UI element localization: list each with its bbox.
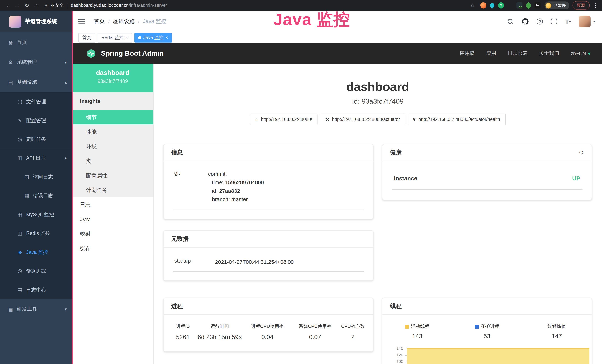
sidebar-item-cron-job[interactable]: ◷ 定时任务 [0, 130, 72, 149]
sba-nav-journal[interactable]: 日志报表 [508, 50, 528, 57]
sba-item-caches[interactable]: 缓存 [72, 241, 153, 256]
sba-nav-applications[interactable]: 应用 [486, 50, 496, 57]
back-icon[interactable]: ← [4, 2, 13, 8]
hamburger-icon[interactable] [78, 19, 85, 24]
breadcrumb-home[interactable]: 首页 [94, 18, 105, 25]
legend-value: 53 [452, 333, 522, 340]
sidebar-item-system-mgmt[interactable]: ⚙ 系统管理 ▾ [0, 52, 72, 72]
security-label: 不安全 [50, 2, 64, 8]
sidebar-item-label: 系统管理 [17, 59, 37, 66]
cell-value: 6d 23h 15m 59s [197, 334, 243, 341]
actuator-url-button[interactable]: ⚒ http://192.168.0.2:48080/actuator [320, 114, 405, 125]
sba-insights-section: Insights 细节 性能 环境 类 配置属性 计划任务 [72, 92, 153, 197]
sidebar-item-label: 链路追踪 [26, 268, 46, 274]
github-icon[interactable] [522, 18, 529, 25]
address-bar[interactable]: ⚠ 不安全 | dashboard.yudao.iocoder.cn/infra… [44, 2, 167, 8]
edit-icon: ✎ [17, 118, 23, 123]
sidebar-item-log-center[interactable]: ▤ 日志中心 [0, 280, 72, 299]
active-dot [138, 36, 141, 39]
health-url-button[interactable]: ♥ http://192.168.0.2:48080/actuator/heal… [408, 114, 505, 125]
update-button[interactable]: 更新 [572, 1, 590, 10]
status-badge: UP [572, 175, 580, 182]
tab-java-monitor[interactable]: Java 监控 × [134, 33, 172, 43]
sidebar-item-java-monitor[interactable]: ◈ Java 监控 [0, 243, 72, 261]
process-col-uptime: 运行时间 6d 23h 15m 59s [197, 323, 243, 341]
sba-item-logging[interactable]: 日志 [72, 197, 153, 212]
sba-nav-wallboard[interactable]: 应用墙 [460, 50, 475, 57]
extension-icon-7[interactable] [535, 2, 541, 8]
main-area: 首页 / 基础设施 / Java 监控 ? TT [72, 11, 602, 364]
sba-item-scheduled-tasks[interactable]: 计划任务 [72, 183, 153, 197]
sidebar-item-dev-tools[interactable]: ▣ 研发工具 ▾ [0, 299, 72, 319]
sidebar-item-label: Java 监控 [26, 249, 48, 256]
extension-icon-1[interactable] [480, 2, 486, 8]
process-table: 进程ID 5261 运行时间 6d 23h 15m 59s 进程CPU使用率 0… [163, 315, 373, 341]
avatar-caret-icon[interactable]: ▾ [593, 20, 595, 23]
sidebar-item-file-mgmt[interactable]: ▢ 文件管理 [0, 92, 72, 111]
column-header: 系统CPU使用率 [292, 323, 338, 330]
legend-label: 守护进程 [481, 323, 499, 330]
extension-icon-3[interactable]: Y [498, 2, 504, 8]
profile-chip[interactable]: 已暂停 [544, 1, 569, 9]
sidebar-item-mysql-monitor[interactable]: ▦ MySQL 监控 [0, 205, 72, 224]
tab-redis-monitor[interactable]: Redis 监控 × [97, 33, 132, 43]
sba-item-config-props[interactable]: 配置属性 [72, 168, 153, 183]
extension-icon-5[interactable]: on [516, 2, 522, 8]
sba-item-environment[interactable]: 环境 [72, 139, 153, 154]
locale-selector[interactable]: zh~CN ▾ [571, 50, 591, 56]
sidebar-item-api-log[interactable]: ▥ API 日志 ▴ [0, 149, 72, 167]
sidebar-item-redis-monitor[interactable]: ◫ Redis 监控 [0, 224, 72, 243]
history-icon[interactable]: ↺ [579, 149, 584, 156]
close-icon[interactable]: × [165, 35, 168, 40]
health-card-body: Instance UP [383, 161, 592, 190]
metadata-value: 2021-04-27T00:44:31.254+08:00 [215, 258, 364, 266]
font-size-icon[interactable]: TT [565, 18, 571, 25]
forward-icon[interactable]: → [13, 2, 22, 8]
process-card-header: 进程 [163, 298, 373, 315]
extension-icon-4[interactable] [508, 3, 513, 8]
app-logo[interactable]: 芋道管理系统 [0, 11, 72, 32]
sidebar-item-error-log[interactable]: ▧ 错误日志 [0, 186, 72, 205]
bookmark-star-icon[interactable]: ☆ [469, 2, 476, 8]
tools-icon: ▣ [8, 306, 13, 312]
health-url-label: http://192.168.0.2:48080/actuator/health [419, 117, 500, 122]
y-axis-tick-label: 100 [383, 359, 403, 364]
sidebar-item-access-log[interactable]: ▨ 访问日志 [0, 167, 72, 186]
sidebar-item-trace[interactable]: ◎ 链路追踪 [0, 261, 72, 280]
fullscreen-icon[interactable] [551, 18, 557, 24]
column-header: 进程CPU使用率 [243, 323, 292, 330]
info-card-header: 信息 [163, 144, 373, 161]
user-avatar[interactable] [579, 16, 591, 27]
breadcrumb-infrastructure[interactable]: 基础设施 [113, 18, 135, 25]
tab-home[interactable]: 首页 [78, 33, 95, 43]
sba-item-classes[interactable]: 类 [72, 153, 153, 168]
sba-item-metrics[interactable]: 性能 [72, 124, 153, 139]
home-icon[interactable]: ⌂ [32, 2, 41, 8]
api-log-icon: ▥ [17, 155, 23, 161]
threads-card-title: 线程 [390, 303, 402, 310]
gear-icon: ⚙ [8, 59, 13, 65]
sidebar-item-label: API 日志 [26, 154, 46, 161]
sidebar-item-config-mgmt[interactable]: ✎ 配置管理 [0, 111, 72, 130]
extension-icon-2[interactable] [489, 2, 495, 9]
sba-item-jvm[interactable]: JVM [72, 212, 153, 227]
close-icon[interactable]: × [126, 35, 128, 40]
sidebar-item-label: 定时任务 [26, 136, 46, 143]
sba-nav-about[interactable]: 关于我们 [539, 50, 559, 57]
log-center-icon: ▤ [17, 287, 23, 293]
instance-id: 93a3fc7f7409 [72, 78, 153, 84]
sidebar-item-home[interactable]: ◉ 首页 [0, 32, 72, 52]
reload-icon[interactable]: ↻ [22, 2, 32, 8]
sba-sidebar: dashboard 93a3fc7f7409 Insights 细节 性能 环境… [72, 64, 153, 364]
sba-item-details[interactable]: 细节 [72, 110, 153, 124]
help-icon[interactable]: ? [537, 18, 543, 24]
service-url-button[interactable]: ⌂ http://192.168.0.2:48080/ [250, 114, 318, 125]
search-icon[interactable] [507, 18, 514, 25]
chevron-down-icon: ▾ [65, 307, 67, 312]
sba-item-mappings[interactable]: 映射 [72, 227, 153, 241]
annotation-title: Java 监控 [273, 9, 350, 31]
sidebar-item-infrastructure[interactable]: ▤ 基础设施 ▴ [0, 72, 72, 92]
cell-value: 2 [338, 334, 368, 341]
overflow-menu-icon[interactable]: ⋮ [593, 2, 598, 8]
extension-icon-6[interactable] [525, 2, 532, 9]
